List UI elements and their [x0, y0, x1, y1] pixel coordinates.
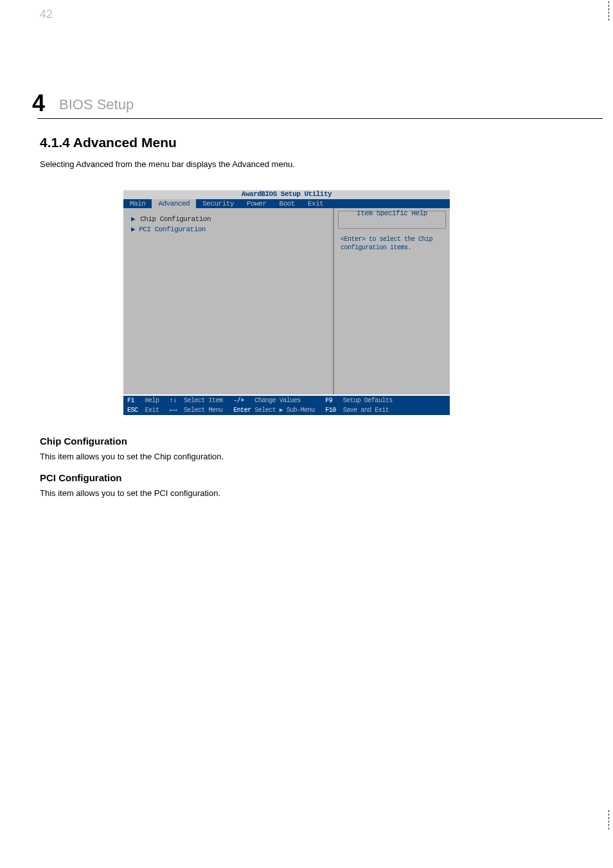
bios-footer-line-2: ESC Exit ←→ Select Menu Enter Select ▶ S… — [123, 405, 450, 415]
bios-title-bar: AwardBIOS Setup Utility — [123, 190, 450, 199]
bios-item-row[interactable]: ▶ Chip Configuration — [131, 215, 212, 224]
bios-help-title: Item Specific Help — [334, 209, 450, 217]
bios-help-panel: Item Specific Help <Enter> to select the… — [334, 208, 450, 394]
submenu-arrow-icon: ▶ — [131, 215, 139, 223]
tab-exit[interactable]: Exit — [301, 199, 330, 208]
intro-paragraph: Selecting Advanced from the menu bar dis… — [40, 158, 560, 171]
tab-main[interactable]: Main — [123, 199, 152, 208]
chapter-number: 4 — [32, 90, 45, 117]
bios-menu-bar: MainAdvancedSecurityPowerBootExit — [123, 199, 450, 208]
subsection-text: This item allows you to set the PCI conf… — [40, 487, 560, 500]
bios-item-panel: ▶ Chip Configuration ▶ PCI Configuration — [123, 208, 334, 394]
chapter-title: BIOS Setup — [59, 96, 134, 113]
page-edge-marks-bottom — [608, 810, 609, 829]
bios-item-row[interactable]: ▶ PCI Configuration — [131, 225, 212, 234]
tab-advanced[interactable]: Advanced — [152, 199, 196, 208]
tab-boot[interactable]: Boot — [273, 199, 301, 208]
bios-body: ▶ Chip Configuration ▶ PCI Configuration… — [123, 208, 450, 394]
bios-item-label: Chip Configuration — [139, 215, 212, 224]
subsection-text: This item allows you to set the Chip con… — [40, 450, 560, 463]
bios-screenshot: AwardBIOS Setup Utility MainAdvancedSecu… — [123, 190, 450, 415]
bios-footer-line-1: F1 Help ↑↓ Select Item -/+ Change Values… — [123, 396, 450, 405]
body-content: Chip Configuration This item allows you … — [40, 429, 560, 508]
subsection-title: Chip Configuration — [40, 436, 560, 447]
page-edge-marks-top — [608, 1, 609, 21]
bios-footer: F1 Help ↑↓ Select Item -/+ Change Values… — [123, 396, 450, 415]
bios-item-label: PCI Configuration — [139, 226, 206, 233]
subsection-title: PCI Configuration — [40, 472, 560, 483]
tab-security[interactable]: Security — [196, 199, 240, 208]
bios-help-text: <Enter> to select the Chip configuration… — [341, 235, 443, 252]
section-title: 4.1.4 Advanced Menu — [40, 135, 177, 150]
submenu-arrow-icon: ▶ — [131, 226, 139, 233]
header-rule — [37, 118, 603, 119]
page-number: 42 — [40, 8, 53, 21]
tab-power[interactable]: Power — [240, 199, 273, 208]
